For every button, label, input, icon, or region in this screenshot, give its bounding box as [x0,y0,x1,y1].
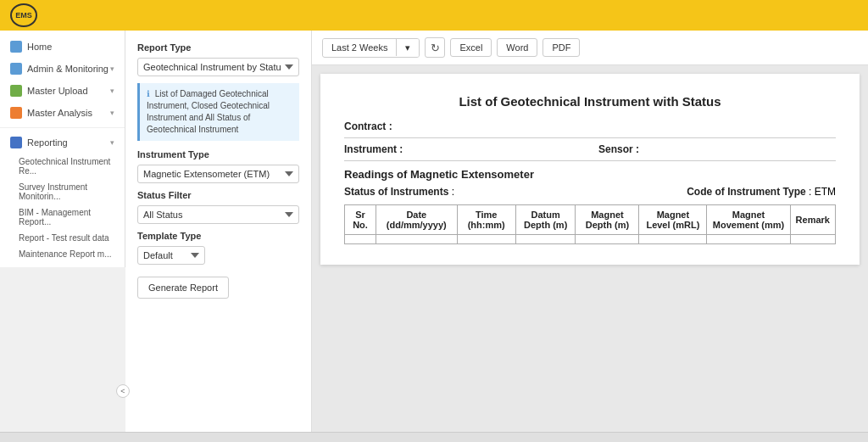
table-header-row: Sr No. Date (dd/mm/yyyy) Time (hh:mm) Da… [345,205,836,235]
instrument-label: Instrument : [344,143,420,155]
table-row [345,235,836,244]
admin-icon [10,63,22,75]
sidebar-item-reporting[interactable]: Reporting ▾ [0,131,125,154]
analysis-icon [10,107,22,119]
col-time: Time (hh:mm) [457,205,515,235]
report-page: List of Geotechnical Instrument with Sta… [320,74,860,265]
col-sr: Sr No. [345,205,376,235]
analysis-arrow: ▾ [110,109,114,117]
sidebar-item-admin[interactable]: Admin & Monitoring ▾ [0,58,125,80]
form-panel: Report Type Geotechnical Instrument by S… [125,31,312,432]
sidebar-item-home[interactable]: Home [0,36,125,58]
report-table: Sr No. Date (dd/mm/yyyy) Time (hh:mm) Da… [344,204,836,244]
sidebar-item-reporting-label: Reporting [27,137,68,148]
date-range-dropdown-btn[interactable]: ▾ [397,39,419,57]
sidebar-item-upload-label: Master Upload [27,86,88,96]
generate-report-button[interactable]: Generate Report [137,277,229,299]
report-type-select[interactable]: Geotechnical Instrument by Status (Geote… [137,58,299,76]
main-layout: Home Admin & Monitoring ▾ Master Upload … [0,31,868,432]
col-magnet-level: Magnet Level (mRL) [639,205,707,235]
word-btn[interactable]: Word [497,38,537,57]
admin-arrow: ▾ [110,64,114,73]
sidebar-item-data-upload[interactable]: Master Upload ▾ [0,80,125,102]
bottom-bar [0,432,868,442]
template-type-label: Template Type [137,231,299,241]
report-panel: Last 2 Weeks ▾ ↻ Excel Word PDF List of … [312,31,868,432]
refresh-btn[interactable]: ↻ [425,37,445,58]
sidebar-sub-geotech[interactable]: Geotechnical Instrument Re... [0,154,125,179]
col-magnet-movement: Magnet Movement (mm) [707,205,790,235]
col-magnet-depth: Magnet Depth (m) [576,205,639,235]
upload-arrow: ▾ [110,87,114,95]
instrument-type-select[interactable]: Magnetic Extensometer (ETM) [137,165,299,183]
report-section-title: Readings of Magnetic Extensometer [344,168,836,181]
sidebar-wrap: Home Admin & Monitoring ▾ Master Upload … [0,31,125,432]
report-status-row: Status of Instruments : Code of Instrume… [344,186,836,198]
sidebar-item-analysis-label: Master Analysis [27,108,92,118]
content-area: Report Type Geotechnical Instrument by S… [125,31,868,432]
status-filter-select[interactable]: All Status [137,205,299,224]
status-colon: : [452,186,454,198]
pdf-btn[interactable]: PDF [542,38,580,57]
sidebar-sub-test[interactable]: Report - Test result data [0,230,125,246]
excel-btn[interactable]: Excel [450,38,492,57]
date-range-btn[interactable]: Last 2 Weeks [323,39,397,56]
sidebar-sub-maintenance[interactable]: Maintenance Report m... [0,246,125,262]
sidebar-collapse-btn[interactable]: < [116,384,130,398]
code-colon: : [809,186,815,198]
report-title: List of Geotechnical Instrument with Sta… [344,94,836,109]
sidebar: Home Admin & Monitoring ▾ Master Upload … [0,31,125,267]
reporting-arrow: ▾ [110,138,114,147]
template-type-select[interactable]: Default [137,246,205,265]
status-filter-label: Status Filter [137,190,299,200]
info-box: ℹ List of Damaged Geotechnical Instrumen… [137,83,299,141]
date-range-group: Last 2 Weeks ▾ [322,38,420,58]
sidebar-item-data-analysis[interactable]: Master Analysis ▾ [0,102,125,124]
reporting-icon [10,137,22,148]
contract-label: Contract : [344,120,420,132]
report-preview-area[interactable]: List of Geotechnical Instrument with Sta… [312,65,868,432]
status-label: Status of Instruments [344,186,448,198]
sidebar-sub-bim[interactable]: BIM - Management Report... [0,204,125,230]
code-field: Code of Instrument Type : ETM [687,186,836,198]
col-date: Date (dd/mm/yyyy) [376,205,458,235]
col-remark: Remark [790,205,835,235]
upload-icon [10,85,22,97]
sidebar-item-admin-label: Admin & Monitoring [27,64,108,74]
code-label: Code of Instrument Type [687,186,805,198]
sidebar-item-home-label: Home [27,42,52,52]
sidebar-sub-survey[interactable]: Survey Instrument Monitorin... [0,179,125,204]
ems-logo: EMS [10,3,37,27]
home-icon [10,41,22,53]
status-field: Status of Instruments : [344,186,454,198]
instrument-sensor-row: Instrument : Sensor : [344,143,836,161]
sensor-label: Sensor : [598,143,658,155]
report-toolbar: Last 2 Weeks ▾ ↻ Excel Word PDF [312,31,868,65]
report-type-label: Report Type [137,42,299,53]
instrument-type-label: Instrument Type [137,149,299,159]
sidebar-separator [0,127,125,128]
contract-row: Contract : [344,120,836,138]
col-datum: Datum Depth (m) [515,205,576,235]
info-icon: ℹ [147,89,150,98]
top-bar: EMS [0,0,868,31]
code-value: ETM [815,186,836,198]
